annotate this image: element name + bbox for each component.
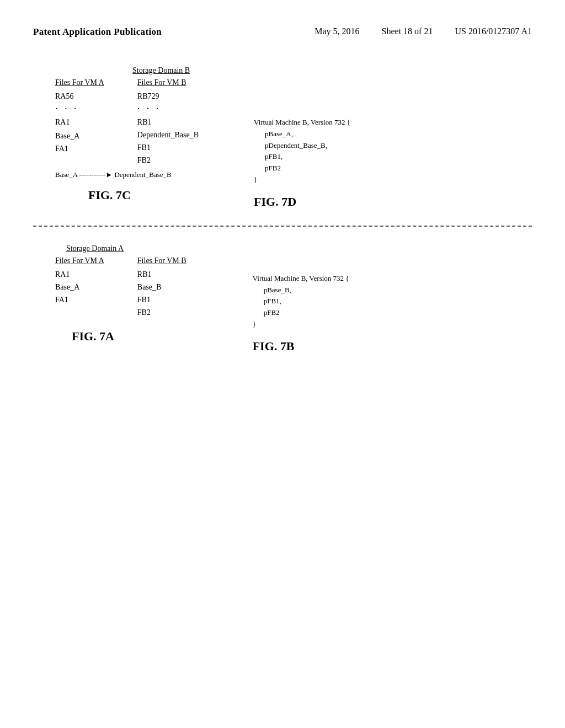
- bottom-section: Storage Domain A Files For VM A RA1 Base…: [33, 243, 532, 354]
- vm-a-7a-item-2: FA1: [55, 294, 104, 306]
- fig-7d-label: FIG. 7D: [254, 195, 364, 209]
- arrow-row-7c: Base_A -----------► Dependent_Base_B: [55, 170, 199, 179]
- code-line-4: }: [254, 174, 364, 186]
- code-line-3: pFB2: [265, 163, 364, 174]
- code-title-7d: Virtual Machine B, Version 732 {: [254, 117, 364, 129]
- vm-a-col-7c: Files For VM A RA56 · · · RA1 Base_A FA1: [55, 78, 104, 166]
- vm-a-dots: · · ·: [55, 103, 104, 115]
- vm-a-item-4: FA1: [55, 143, 104, 154]
- vm-a-col-7a: Files For VM A RA1 Base_A FA1: [55, 256, 104, 318]
- bottom-storage-domain-label: Storage Domain A: [66, 244, 124, 253]
- fig-7c-label: FIG. 7C: [88, 188, 199, 202]
- vm-b-item-0: RB729: [137, 90, 199, 102]
- vm-b-7a-item-2: FB1: [137, 294, 186, 306]
- vm-a-item-3: Base_A: [55, 130, 104, 142]
- vm-a-7a-item-0: RA1: [55, 269, 104, 280]
- vm-a-header-7a: Files For VM A: [55, 256, 104, 265]
- vm-b-7a-item-3: FB2: [137, 307, 186, 318]
- vm-b-header-7a: Files For VM B: [137, 256, 186, 265]
- code-7b-line-0: pBase_B,: [264, 285, 363, 296]
- code-7b-line-1: pFB1,: [264, 296, 363, 307]
- vm-b-dots: · · ·: [137, 103, 199, 115]
- content-area: Storage Domain B Files For VM A RA56 · ·…: [0, 49, 565, 376]
- vm-a-item-2: RA1: [55, 116, 104, 128]
- vm-b-item-5: FB2: [137, 154, 199, 166]
- vm-a-header-7c: Files For VM A: [55, 78, 104, 87]
- code-line-0: pBase_A,: [265, 129, 364, 140]
- header-meta: May 5, 2016 Sheet 18 of 21 US 2016/01273…: [315, 26, 532, 36]
- fig-7a-label: FIG. 7A: [72, 329, 186, 344]
- diagram-7d: Virtual Machine B, Version 732 { pBase_A…: [254, 111, 364, 209]
- diagram-7c: Files For VM A RA56 · · · RA1 Base_A FA1…: [55, 78, 199, 202]
- diagram-7a: Files For VM A RA1 Base_A FA1 Files For …: [55, 256, 186, 344]
- bottom-diagrams: Files For VM A RA1 Base_A FA1 Files For …: [55, 256, 532, 354]
- top-storage-domain-label: Storage Domain B: [132, 66, 190, 74]
- top-section: Storage Domain B Files For VM A RA56 · ·…: [33, 65, 532, 209]
- header-patent: US 2016/0127307 A1: [455, 26, 532, 36]
- code-7b-line-2: pFB2: [264, 307, 363, 319]
- header-sheet: Sheet 18 of 21: [382, 26, 433, 36]
- code-block-7b: Virtual Machine B, Version 732 { pBase_B…: [253, 273, 363, 330]
- code-7b-line-3: }: [253, 319, 363, 330]
- vm-b-header-7c: Files For VM B: [137, 78, 199, 87]
- files-table-7c: Files For VM A RA56 · · · RA1 Base_A FA1…: [55, 78, 199, 166]
- publication-title: Patent Application Publication: [33, 26, 162, 38]
- vm-a-7a-item-1: Base_A: [55, 281, 104, 293]
- vm-b-item-2: RB1: [137, 116, 199, 128]
- code-line-2: pFB1,: [265, 151, 364, 163]
- top-diagrams: Files For VM A RA56 · · · RA1 Base_A FA1…: [55, 78, 532, 209]
- section-divider: [33, 226, 532, 227]
- header-date: May 5, 2016: [315, 26, 359, 36]
- vm-b-7a-item-1: Base_B: [137, 281, 186, 293]
- vm-b-item-4: FB1: [137, 142, 199, 153]
- vm-b-item-3: Dependent_Base_B: [137, 129, 199, 141]
- code-block-7d: Virtual Machine B, Version 732 { pBase_A…: [254, 117, 364, 186]
- vm-b-7a-item-0: RB1: [137, 269, 186, 280]
- page-header: Patent Application Publication May 5, 20…: [0, 0, 565, 49]
- vm-b-col-7c: Files For VM B RB729 · · · RB1 Dependent…: [137, 78, 199, 166]
- vm-a-item-0: RA56: [55, 90, 104, 102]
- fig-7b-label: FIG. 7B: [253, 339, 363, 354]
- code-title-7b: Virtual Machine B, Version 732 {: [253, 273, 363, 285]
- vm-b-col-7a: Files For VM B RB1 Base_B FB1 FB2: [137, 256, 186, 318]
- diagram-7b: Virtual Machine B, Version 732 { pBase_B…: [253, 267, 363, 354]
- code-line-1: pDependent_Base_B,: [265, 140, 364, 152]
- files-table-7a: Files For VM A RA1 Base_A FA1 Files For …: [55, 256, 186, 318]
